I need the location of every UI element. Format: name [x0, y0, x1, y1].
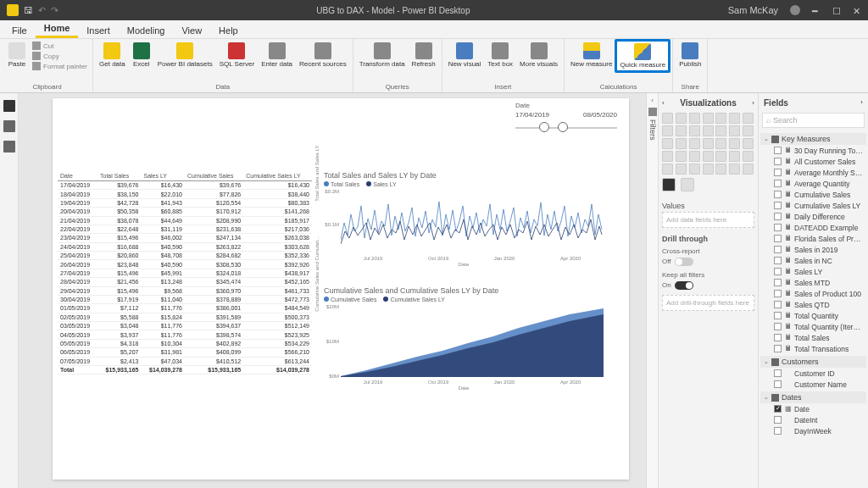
field-item[interactable]: 🖩Sales in 2019	[760, 244, 866, 255]
new-measure-button[interactable]: New measure	[568, 41, 615, 69]
viz-type-icon[interactable]	[662, 164, 673, 175]
table-row[interactable]: 26/04/2019$23,848$40,590$308,530$392,926	[58, 260, 312, 269]
table-row[interactable]: 03/05/2019$3,048$11,776$394,637$512,149	[58, 322, 312, 330]
close-button[interactable]: ✕	[853, 6, 861, 14]
slider-knob-to[interactable]	[558, 122, 568, 132]
viz-type-icon[interactable]	[689, 151, 700, 162]
more-visuals-button[interactable]: More visuals	[517, 41, 560, 69]
viz-type-icon[interactable]	[715, 151, 726, 162]
field-item[interactable]: ▦Date	[760, 403, 866, 414]
viz-type-icon[interactable]	[743, 138, 754, 149]
table-row[interactable]: 18/04/2019$38,150$22,010$77,826$38,440	[58, 190, 312, 198]
excel-button[interactable]: Excel	[130, 41, 153, 69]
table-row[interactable]: 23/04/2019$15,496$46,002$247,134$263,038	[58, 234, 312, 242]
field-checkbox[interactable]	[774, 290, 782, 297]
field-checkbox[interactable]	[774, 279, 782, 286]
data-view-icon[interactable]	[3, 120, 15, 132]
tab-help[interactable]: Help	[210, 22, 247, 38]
viz-type-icon[interactable]	[729, 125, 740, 136]
model-view-icon[interactable]	[3, 141, 15, 152]
viz-type-icon[interactable]	[676, 113, 687, 124]
values-fieldwell[interactable]: Add data fields here	[662, 212, 754, 228]
field-checkbox[interactable]	[774, 268, 782, 275]
collapse-viz-icon[interactable]: ‹	[662, 99, 665, 107]
table-row[interactable]: 02/05/2019$5,588$15,824$391,589$500,373	[58, 313, 312, 321]
table-visual[interactable]: DateTotal SalesSales LYCumulative SalesC…	[58, 171, 312, 374]
redo-icon[interactable]: ↷	[51, 5, 58, 16]
viz-type-icon[interactable]	[729, 151, 740, 162]
field-checkbox[interactable]	[774, 158, 782, 165]
table-row[interactable]: 05/05/2019$4,318$10,304$402,892$534,229	[58, 339, 312, 347]
field-item[interactable]: 🖩Average Quantity	[760, 178, 866, 189]
cross-report-toggle[interactable]	[675, 258, 693, 266]
field-checkbox[interactable]	[774, 180, 782, 187]
viz-type-icon[interactable]	[743, 125, 754, 136]
field-item[interactable]: DateInt	[760, 414, 866, 425]
viz-type-icon[interactable]	[729, 164, 740, 175]
table-row[interactable]: 27/04/2019$15,496$45,991$324,018$438,917	[58, 269, 312, 277]
field-item[interactable]: 🖩Sales of Product 100	[760, 288, 866, 299]
field-item[interactable]: 🖩Daily Difference	[760, 211, 866, 222]
tab-modeling[interactable]: Modeling	[119, 22, 174, 38]
slider-knob-from[interactable]	[539, 122, 549, 132]
table-row[interactable]: 19/04/2019$42,728$41,943$120,554$80,383	[58, 198, 312, 207]
column-header[interactable]: Cumulative Sales	[185, 171, 243, 181]
report-view-icon[interactable]	[3, 100, 15, 112]
field-item[interactable]: 🖩Total Quantity	[760, 310, 866, 321]
viz-type-icon[interactable]	[662, 138, 673, 149]
pbi-datasets-button[interactable]: Power BI datasets	[155, 41, 215, 69]
field-checkbox[interactable]	[774, 427, 782, 435]
field-item[interactable]: 🖩Total Quantity (Iteration)	[760, 321, 866, 332]
viz-type-icon[interactable]	[743, 113, 754, 124]
field-item[interactable]: 🖩Cumulative Sales	[760, 189, 866, 200]
viz-type-icon[interactable]	[729, 138, 740, 149]
field-item[interactable]: 🖩Total Transations	[760, 343, 866, 354]
table-row[interactable]: 01/05/2019$7,112$11,776$386,001$484,549	[58, 304, 312, 313]
slicer-to[interactable]: 08/05/2020	[583, 111, 617, 119]
viz-type-icon[interactable]	[715, 138, 726, 149]
quick-measure-button[interactable]: Quick measure	[615, 39, 670, 73]
field-checkbox[interactable]	[774, 380, 782, 388]
tab-home[interactable]: Home	[36, 19, 79, 38]
table-row[interactable]: 21/04/2019$38,078$44,649$208,990$185,917	[58, 216, 312, 225]
field-checkbox[interactable]	[774, 147, 782, 154]
column-header[interactable]: Sales LY	[141, 171, 184, 181]
viz-type-icon[interactable]	[743, 164, 754, 175]
field-item[interactable]: 🖩DATEADD Example	[760, 222, 866, 233]
field-checkbox[interactable]	[774, 169, 782, 176]
paste-button[interactable]: Paste	[5, 41, 29, 69]
field-item[interactable]: DayInWeek	[760, 425, 866, 436]
field-checkbox[interactable]	[774, 202, 782, 209]
field-checkbox[interactable]	[774, 416, 782, 424]
minimize-button[interactable]: ━	[812, 6, 821, 14]
publish-button[interactable]: Publish	[676, 41, 704, 69]
viz-type-icon[interactable]	[703, 151, 714, 162]
viz-type-icon[interactable]	[715, 113, 726, 124]
field-checkbox[interactable]	[774, 345, 782, 352]
new-visual-button[interactable]: New visual	[446, 41, 484, 69]
fields-table-header[interactable]: ⌄Dates	[760, 391, 866, 403]
field-checkbox[interactable]	[774, 334, 782, 341]
slicer-slider[interactable]	[515, 120, 617, 137]
viz-type-icon[interactable]	[743, 151, 754, 162]
fields-table-header[interactable]: ⌄Key Measures	[760, 133, 866, 145]
fields-tab-icon[interactable]	[662, 178, 676, 191]
viz-type-icon[interactable]	[703, 138, 714, 149]
format-tab-icon[interactable]	[681, 178, 694, 191]
slicer-from[interactable]: 17/04/2019	[515, 111, 549, 119]
viz-type-icon[interactable]	[676, 138, 687, 149]
field-item[interactable]: 🖩Florida Sales of Product 2 ...	[760, 233, 866, 244]
field-checkbox[interactable]	[774, 213, 782, 220]
collapse-fields-icon[interactable]: ›	[860, 98, 863, 108]
recent-sources-button[interactable]: Recent sources	[297, 41, 349, 69]
tab-file[interactable]: File	[3, 22, 36, 38]
expand-filters-icon[interactable]: ‹	[651, 97, 654, 104]
format-painter-button[interactable]: Format painter	[31, 61, 89, 71]
drillthrough-fieldwell[interactable]: Add drill-through fields here	[662, 295, 754, 311]
viz-type-icon[interactable]	[676, 164, 687, 175]
sql-button[interactable]: SQL Server	[217, 41, 258, 69]
field-item[interactable]: 🖩Average Monthly Sales	[760, 167, 866, 178]
viz-type-icon[interactable]	[703, 125, 714, 136]
table-row[interactable]: 07/05/2019$2,413$47,034$410,512$613,244	[58, 357, 312, 365]
field-checkbox[interactable]	[774, 323, 782, 330]
